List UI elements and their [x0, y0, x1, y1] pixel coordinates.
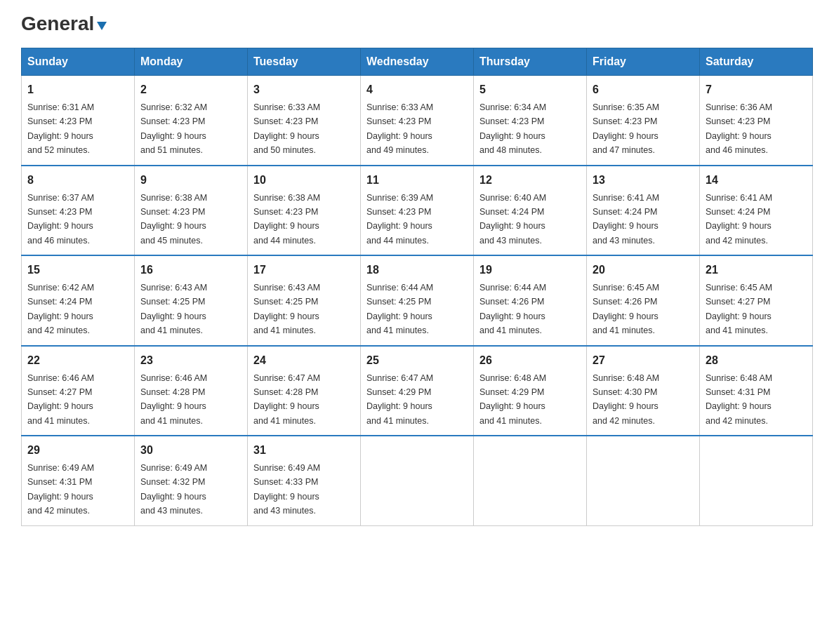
calendar-week-row: 1 Sunrise: 6:31 AMSunset: 4:23 PMDayligh… [22, 76, 813, 166]
day-number: 20 [593, 262, 694, 279]
calendar-week-row: 8 Sunrise: 6:37 AMSunset: 4:23 PMDayligh… [22, 166, 813, 256]
day-number: 2 [140, 81, 241, 98]
day-number: 17 [253, 262, 355, 279]
day-info: Sunrise: 6:33 AMSunset: 4:23 PMDaylight:… [253, 102, 320, 155]
calendar-cell: 27 Sunrise: 6:48 AMSunset: 4:30 PMDaylig… [587, 346, 700, 436]
day-number: 6 [593, 81, 694, 98]
calendar-cell: 3 Sunrise: 6:33 AMSunset: 4:23 PMDayligh… [248, 76, 361, 166]
logo-general: General [21, 13, 94, 34]
calendar-cell: 14 Sunrise: 6:41 AMSunset: 4:24 PMDaylig… [700, 166, 813, 256]
day-info: Sunrise: 6:33 AMSunset: 4:23 PMDaylight:… [366, 102, 433, 155]
day-number: 5 [479, 81, 581, 98]
col-header-tuesday: Tuesday [248, 48, 361, 76]
day-number: 21 [706, 262, 807, 279]
day-info: Sunrise: 6:46 AMSunset: 4:27 PMDaylight:… [27, 373, 94, 426]
day-number: 9 [140, 172, 241, 189]
day-number: 4 [366, 81, 468, 98]
day-info: Sunrise: 6:44 AMSunset: 4:26 PMDaylight:… [479, 283, 546, 335]
calendar-cell: 10 Sunrise: 6:38 AMSunset: 4:23 PMDaylig… [248, 166, 361, 256]
calendar-cell: 26 Sunrise: 6:48 AMSunset: 4:29 PMDaylig… [474, 346, 587, 436]
calendar-cell: 18 Sunrise: 6:44 AMSunset: 4:25 PMDaylig… [361, 255, 474, 346]
page-header: General [21, 14, 813, 35]
day-info: Sunrise: 6:46 AMSunset: 4:28 PMDaylight:… [140, 373, 207, 426]
day-number: 23 [140, 352, 241, 369]
calendar-cell: 5 Sunrise: 6:34 AMSunset: 4:23 PMDayligh… [474, 76, 587, 166]
calendar-cell: 2 Sunrise: 6:32 AMSunset: 4:23 PMDayligh… [135, 76, 248, 166]
day-info: Sunrise: 6:32 AMSunset: 4:23 PMDaylight:… [140, 102, 207, 155]
day-info: Sunrise: 6:43 AMSunset: 4:25 PMDaylight:… [140, 283, 207, 335]
calendar-cell: 23 Sunrise: 6:46 AMSunset: 4:28 PMDaylig… [135, 346, 248, 436]
day-info: Sunrise: 6:45 AMSunset: 4:26 PMDaylight:… [593, 283, 659, 335]
day-info: Sunrise: 6:47 AMSunset: 4:29 PMDaylight:… [366, 373, 433, 426]
day-number: 16 [140, 262, 241, 279]
day-info: Sunrise: 6:35 AMSunset: 4:23 PMDaylight:… [593, 102, 659, 155]
col-header-saturday: Saturday [700, 48, 813, 76]
day-info: Sunrise: 6:38 AMSunset: 4:23 PMDaylight:… [253, 193, 320, 246]
day-number: 22 [27, 352, 128, 369]
day-info: Sunrise: 6:34 AMSunset: 4:23 PMDaylight:… [479, 102, 546, 155]
day-info: Sunrise: 6:39 AMSunset: 4:23 PMDaylight:… [366, 193, 433, 246]
calendar-cell: 11 Sunrise: 6:39 AMSunset: 4:23 PMDaylig… [361, 166, 474, 256]
day-number: 3 [253, 81, 355, 98]
calendar-cell: 13 Sunrise: 6:41 AMSunset: 4:24 PMDaylig… [587, 166, 700, 256]
day-number: 27 [593, 352, 694, 369]
day-info: Sunrise: 6:48 AMSunset: 4:29 PMDaylight:… [479, 373, 546, 426]
calendar-cell: 31 Sunrise: 6:49 AMSunset: 4:33 PMDaylig… [248, 436, 361, 525]
day-number: 15 [27, 262, 128, 279]
svg-marker-0 [97, 22, 107, 30]
day-info: Sunrise: 6:44 AMSunset: 4:25 PMDaylight:… [366, 283, 433, 335]
day-number: 29 [27, 442, 128, 459]
day-number: 8 [27, 172, 128, 189]
logo-triangle-icon [95, 19, 108, 32]
day-info: Sunrise: 6:41 AMSunset: 4:24 PMDaylight:… [593, 193, 659, 246]
calendar-cell: 8 Sunrise: 6:37 AMSunset: 4:23 PMDayligh… [22, 166, 135, 256]
day-info: Sunrise: 6:41 AMSunset: 4:24 PMDaylight:… [706, 193, 772, 246]
calendar-cell: 4 Sunrise: 6:33 AMSunset: 4:23 PMDayligh… [361, 76, 474, 166]
day-info: Sunrise: 6:49 AMSunset: 4:32 PMDaylight:… [140, 463, 207, 516]
col-header-monday: Monday [135, 48, 248, 76]
day-number: 24 [253, 352, 355, 369]
day-info: Sunrise: 6:37 AMSunset: 4:23 PMDaylight:… [27, 193, 94, 246]
day-info: Sunrise: 6:38 AMSunset: 4:23 PMDaylight:… [140, 193, 207, 246]
calendar-cell: 20 Sunrise: 6:45 AMSunset: 4:26 PMDaylig… [587, 255, 700, 346]
day-number: 19 [479, 262, 581, 279]
day-number: 25 [366, 352, 468, 369]
day-number: 1 [27, 81, 128, 98]
day-info: Sunrise: 6:45 AMSunset: 4:27 PMDaylight:… [706, 283, 772, 335]
calendar-cell: 30 Sunrise: 6:49 AMSunset: 4:32 PMDaylig… [135, 436, 248, 525]
day-info: Sunrise: 6:48 AMSunset: 4:31 PMDaylight:… [706, 373, 772, 426]
calendar-header-row: SundayMondayTuesdayWednesdayThursdayFrid… [22, 48, 813, 76]
calendar-cell: 24 Sunrise: 6:47 AMSunset: 4:28 PMDaylig… [248, 346, 361, 436]
col-header-thursday: Thursday [474, 48, 587, 76]
calendar-cell: 21 Sunrise: 6:45 AMSunset: 4:27 PMDaylig… [700, 255, 813, 346]
day-info: Sunrise: 6:49 AMSunset: 4:33 PMDaylight:… [253, 463, 320, 516]
day-number: 14 [706, 172, 807, 189]
col-header-friday: Friday [587, 48, 700, 76]
calendar-table: SundayMondayTuesdayWednesdayThursdayFrid… [21, 48, 813, 526]
calendar-cell: 9 Sunrise: 6:38 AMSunset: 4:23 PMDayligh… [135, 166, 248, 256]
calendar-cell [474, 436, 587, 525]
day-info: Sunrise: 6:36 AMSunset: 4:23 PMDaylight:… [706, 102, 772, 155]
day-info: Sunrise: 6:49 AMSunset: 4:31 PMDaylight:… [27, 463, 94, 516]
day-number: 31 [253, 442, 355, 459]
day-number: 26 [479, 352, 581, 369]
logo: General [21, 14, 108, 35]
day-number: 18 [366, 262, 468, 279]
day-number: 28 [706, 352, 807, 369]
day-info: Sunrise: 6:43 AMSunset: 4:25 PMDaylight:… [253, 283, 320, 335]
col-header-sunday: Sunday [22, 48, 135, 76]
day-info: Sunrise: 6:48 AMSunset: 4:30 PMDaylight:… [593, 373, 659, 426]
day-info: Sunrise: 6:47 AMSunset: 4:28 PMDaylight:… [253, 373, 320, 426]
calendar-cell: 22 Sunrise: 6:46 AMSunset: 4:27 PMDaylig… [22, 346, 135, 436]
day-number: 12 [479, 172, 581, 189]
calendar-cell: 29 Sunrise: 6:49 AMSunset: 4:31 PMDaylig… [22, 436, 135, 525]
calendar-cell: 19 Sunrise: 6:44 AMSunset: 4:26 PMDaylig… [474, 255, 587, 346]
calendar-cell: 28 Sunrise: 6:48 AMSunset: 4:31 PMDaylig… [700, 346, 813, 436]
day-info: Sunrise: 6:42 AMSunset: 4:24 PMDaylight:… [27, 283, 94, 335]
day-number: 11 [366, 172, 468, 189]
calendar-cell: 1 Sunrise: 6:31 AMSunset: 4:23 PMDayligh… [22, 76, 135, 166]
calendar-cell [361, 436, 474, 525]
col-header-wednesday: Wednesday [361, 48, 474, 76]
calendar-cell [587, 436, 700, 525]
calendar-cell: 12 Sunrise: 6:40 AMSunset: 4:24 PMDaylig… [474, 166, 587, 256]
